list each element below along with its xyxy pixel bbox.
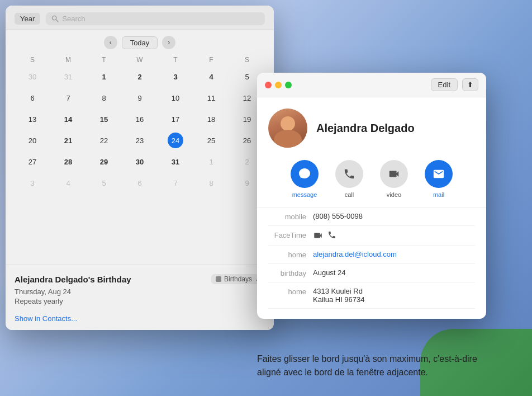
cal-day[interactable]: 31 — [50, 66, 86, 87]
mail-action[interactable]: mail — [425, 160, 453, 198]
contact-titlebar: Edit ⬆ — [257, 73, 486, 97]
maximize-button[interactable] — [285, 82, 292, 88]
calendar-week-6: 3 4 5 6 7 8 9 — [15, 172, 265, 194]
birthdays-label: Birthdays — [224, 275, 252, 283]
cal-day[interactable]: 1 — [193, 151, 229, 172]
minimize-button[interactable] — [275, 82, 282, 88]
edit-button[interactable]: Edit — [431, 78, 458, 91]
search-bar[interactable]: Search — [46, 12, 265, 25]
cal-day[interactable]: 9 — [122, 87, 158, 109]
calendar-week-1: 30 31 1 2 3 4 5 — [15, 66, 265, 87]
contact-header: Alejandra Delgado — [257, 97, 486, 155]
share-button[interactable]: ⬆ — [462, 78, 478, 91]
call-label: call — [345, 191, 354, 198]
calendar-grid: S M T W T F S 30 31 1 2 3 4 5 — [15, 54, 265, 194]
day-header-thu: T — [158, 54, 193, 66]
facetime-icons — [313, 230, 336, 241]
video-icon — [388, 168, 400, 180]
facetime-video-icon[interactable] — [313, 230, 323, 241]
day-header-mon: M — [50, 54, 86, 66]
facetime-label: FaceTime — [268, 230, 313, 239]
cal-day[interactable]: 6 — [122, 172, 158, 194]
event-section: Alejandra Delgado's Birthday Birthdays ⌄… — [6, 265, 274, 330]
contact-name: Alejandra Delgado — [316, 122, 415, 135]
mail-label: mail — [433, 191, 444, 198]
calendar-week-2: 6 7 8 9 10 11 12 — [15, 87, 265, 109]
contact-details: mobile (808) 555-0098 FaceTime home alej… — [257, 207, 486, 309]
day-header-sun: S — [15, 54, 50, 66]
cal-day[interactable]: 30 — [15, 66, 50, 87]
cal-day[interactable]: 4 — [193, 66, 229, 87]
next-month-button[interactable]: › — [162, 36, 175, 49]
cal-day-today[interactable]: 24 — [158, 130, 193, 151]
cal-day[interactable]: 18 — [193, 109, 229, 130]
video-action[interactable]: video — [380, 160, 408, 198]
video-icon-circle — [380, 160, 408, 188]
calendar-titlebar: Year Search — [6, 6, 274, 30]
mail-icon — [433, 168, 445, 180]
birthday-value: August 24 — [313, 268, 475, 277]
cal-day[interactable]: 21 — [50, 130, 86, 151]
cal-day[interactable]: 2 — [122, 66, 158, 87]
contact-window: Edit ⬆ Alejandra Delgado message call — [257, 73, 486, 319]
cal-day[interactable]: 13 — [15, 109, 50, 130]
birthday-dot — [216, 276, 221, 282]
cal-day[interactable]: 3 — [15, 172, 50, 194]
cal-day[interactable]: 28 — [50, 151, 86, 172]
cal-day[interactable]: 16 — [122, 109, 158, 130]
birthday-label: birthday — [268, 268, 313, 277]
action-row: message call video mail — [257, 155, 486, 207]
close-button[interactable] — [265, 82, 272, 88]
cal-day[interactable]: 17 — [158, 109, 193, 130]
event-repeat: Repeats yearly — [15, 297, 265, 305]
day-header-wed: W — [122, 54, 158, 66]
cal-day[interactable]: 7 — [158, 172, 193, 194]
calendar-week-5: 27 28 29 30 31 1 2 — [15, 151, 265, 172]
calendar-nav: ‹ Today › — [6, 30, 274, 54]
cal-day[interactable]: 11 — [193, 87, 229, 109]
cal-day[interactable]: 8 — [193, 172, 229, 194]
day-header-fri: F — [193, 54, 229, 66]
mobile-detail-row: mobile (808) 555-0098 — [268, 208, 475, 226]
bottom-caption: Faites glisser le bord jusqu'à son maxim… — [257, 352, 497, 379]
cal-day[interactable]: 4 — [50, 172, 86, 194]
search-icon — [51, 15, 59, 22]
cal-day[interactable]: 25 — [193, 130, 229, 151]
call-icon-circle — [335, 160, 363, 188]
cal-day[interactable]: 8 — [86, 87, 122, 109]
cal-day[interactable]: 29 — [86, 151, 122, 172]
cal-day[interactable]: 5 — [86, 172, 122, 194]
cal-day[interactable]: 30 — [122, 151, 158, 172]
cal-day[interactable]: 7 — [50, 87, 86, 109]
call-action[interactable]: call — [335, 160, 363, 198]
email-detail-row: home alejandra.del@icloud.com — [268, 246, 475, 264]
search-placeholder: Search — [62, 15, 85, 23]
calendar-window: Year Search ‹ Today › S M T W T F — [6, 6, 274, 330]
address-value: 4313 Kuulei RdKailua HI 96734 — [313, 287, 475, 304]
mobile-value[interactable]: (808) 555-0098 — [313, 212, 475, 220]
calendar-week-3: 13 14 15 16 17 18 19 — [15, 109, 265, 130]
message-action[interactable]: message — [291, 160, 319, 198]
cal-day[interactable]: 15 — [86, 109, 122, 130]
cal-day[interactable]: 14 — [50, 109, 86, 130]
prev-month-button[interactable]: ‹ — [104, 36, 117, 49]
cal-day[interactable]: 23 — [122, 130, 158, 151]
traffic-lights — [265, 82, 292, 88]
cal-day[interactable]: 20 — [15, 130, 50, 151]
phone-icon — [343, 168, 355, 180]
cal-day[interactable]: 6 — [15, 87, 50, 109]
calendar-week-4: 20 21 22 23 24 25 26 — [15, 130, 265, 151]
today-button[interactable]: Today — [122, 36, 158, 49]
video-label: video — [387, 191, 401, 198]
cal-day[interactable]: 27 — [15, 151, 50, 172]
facetime-phone-icon[interactable] — [327, 230, 336, 239]
year-button[interactable]: Year — [15, 13, 40, 25]
message-icon-circle — [291, 160, 319, 188]
email-value[interactable]: alejandra.del@icloud.com — [313, 250, 475, 258]
cal-day[interactable]: 22 — [86, 130, 122, 151]
cal-day[interactable]: 1 — [86, 66, 122, 87]
cal-day[interactable]: 3 — [158, 66, 193, 87]
cal-day[interactable]: 31 — [158, 151, 193, 172]
cal-day[interactable]: 10 — [158, 87, 193, 109]
show-contacts-link[interactable]: Show in Contacts... — [15, 314, 77, 323]
